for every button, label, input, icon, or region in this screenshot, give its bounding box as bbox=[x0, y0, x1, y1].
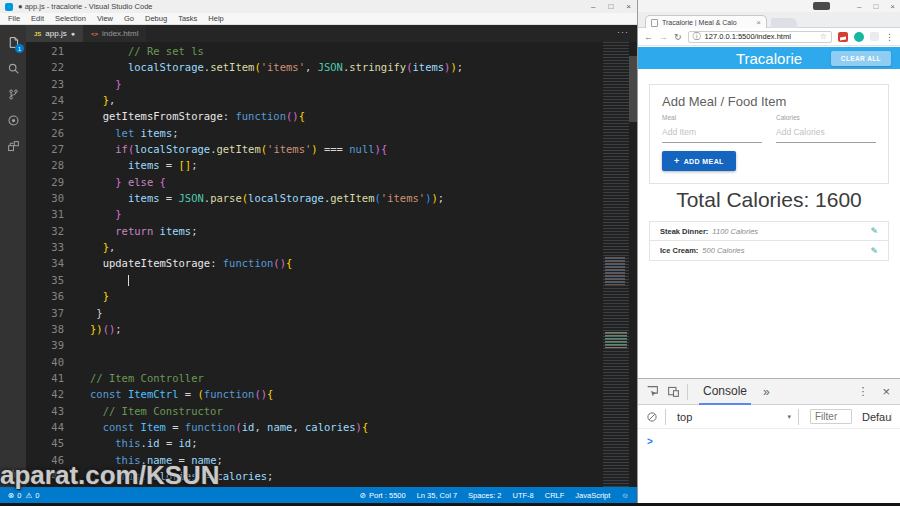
menu-view[interactable]: View bbox=[97, 14, 113, 23]
console-filter-input[interactable]: Filter bbox=[810, 409, 852, 424]
menu-selection[interactable]: Selection bbox=[55, 14, 86, 23]
browser-tab[interactable]: Tracalorie | Meal & Calo × bbox=[645, 15, 767, 29]
code-line[interactable]: 45 this.id = id; bbox=[26, 435, 603, 451]
code-line[interactable]: 39 bbox=[26, 337, 603, 353]
maximize-button[interactable]: □ bbox=[873, 2, 878, 11]
debug-icon[interactable] bbox=[0, 107, 26, 133]
meal-input[interactable] bbox=[662, 123, 762, 143]
url-field[interactable]: ⓘ 127.0.0.1:5500/index.html ☆ bbox=[688, 31, 832, 43]
calories-input[interactable] bbox=[776, 123, 876, 143]
code-line[interactable]: 40 bbox=[26, 354, 603, 370]
browser-menu-icon[interactable]: ⋮ bbox=[885, 32, 894, 42]
bookmark-star-icon[interactable]: ☆ bbox=[820, 32, 827, 41]
forward-icon[interactable]: → bbox=[659, 32, 668, 42]
code-line[interactable]: 31 } bbox=[26, 206, 603, 222]
explorer-icon[interactable]: 1 bbox=[0, 29, 26, 55]
tab-app-js[interactable]: JS app.js ● bbox=[26, 25, 83, 42]
code-line[interactable]: 38})(); bbox=[26, 321, 603, 337]
editor-scrollbar[interactable] bbox=[629, 42, 637, 487]
refresh-icon[interactable]: ↻ bbox=[674, 32, 682, 42]
minimize-button[interactable]: – bbox=[857, 2, 861, 11]
status-item[interactable]: JavaScript bbox=[575, 491, 610, 500]
console-tab[interactable]: Console bbox=[699, 379, 751, 405]
code-line[interactable]: 24 }, bbox=[26, 92, 603, 108]
status-problems[interactable]: ⚠0 bbox=[25, 491, 39, 500]
edit-pencil-icon[interactable]: ✎ bbox=[870, 226, 878, 236]
more-tabs-icon[interactable]: » bbox=[763, 385, 770, 399]
log-levels-dropdown[interactable]: Default l bbox=[862, 411, 892, 423]
code-line[interactable]: 30 items = JSON.parse(localStorage.getIt… bbox=[26, 190, 603, 206]
code-line[interactable]: 23 } bbox=[26, 76, 603, 92]
status-problems[interactable]: ⊗0 bbox=[8, 491, 21, 500]
minimap[interactable] bbox=[603, 42, 629, 487]
close-button[interactable]: × bbox=[890, 2, 895, 11]
code-line[interactable]: 26 let items; bbox=[26, 125, 603, 141]
editor-actions-more[interactable]: ··· bbox=[617, 27, 629, 37]
code-line[interactable]: 22 localStorage.setItem('items', JSON.st… bbox=[26, 59, 603, 75]
menu-edit[interactable]: Edit bbox=[31, 14, 44, 23]
code-line[interactable]: 43 // Item Constructor bbox=[26, 403, 603, 419]
line-number: 43 bbox=[26, 403, 64, 419]
unsaved-dot-icon[interactable]: ● bbox=[71, 30, 75, 37]
minimize-button[interactable]: – bbox=[591, 2, 595, 11]
app-navbar: Tracalorie CLEAR ALL bbox=[638, 47, 900, 69]
line-number: 34 bbox=[26, 255, 64, 271]
code-line[interactable]: 25 getItemsFromStorage: function(){ bbox=[26, 108, 603, 124]
code-line[interactable]: 34 updateItemStorage: function(){ bbox=[26, 255, 603, 271]
meal-item-row: Ice Cream:500 Calories✎ bbox=[650, 241, 888, 260]
menu-debug[interactable]: Debug bbox=[145, 14, 167, 23]
menu-go[interactable]: Go bbox=[124, 14, 134, 23]
status-icon: ⚠ bbox=[25, 491, 32, 500]
code-editor[interactable]: 21 // Re set ls22 localStorage.setItem('… bbox=[26, 42, 637, 487]
code-line[interactable]: 27 if(localStorage.getItem('items') === … bbox=[26, 141, 603, 157]
maximize-button[interactable]: □ bbox=[608, 2, 613, 11]
profile-badge[interactable] bbox=[813, 2, 830, 10]
add-meal-button[interactable]: + ADD MEAL bbox=[662, 151, 736, 171]
inspect-element-icon[interactable] bbox=[646, 385, 659, 398]
clear-all-button[interactable]: CLEAR ALL bbox=[831, 51, 891, 66]
close-button[interactable]: × bbox=[626, 2, 631, 11]
feedback-smiley-icon[interactable]: ☺ bbox=[621, 491, 629, 500]
menu-tasks[interactable]: Tasks bbox=[178, 14, 197, 23]
tab-index-html[interactable]: <> index.html bbox=[83, 25, 146, 42]
source-control-icon[interactable] bbox=[0, 81, 26, 107]
code-line[interactable]: 35 bbox=[26, 272, 603, 288]
code-line[interactable]: 37 } bbox=[26, 305, 603, 321]
extension-icon-teal[interactable] bbox=[854, 32, 864, 42]
device-toolbar-icon[interactable] bbox=[667, 385, 680, 398]
status-item[interactable]: Spaces: 2 bbox=[468, 491, 501, 500]
code-line[interactable]: 44 const Item = function(id, name, calor… bbox=[26, 419, 603, 435]
extension-icon-pale[interactable] bbox=[870, 32, 879, 41]
code-line[interactable]: 36 } bbox=[26, 288, 603, 304]
status-item[interactable]: ⊘Port : 5500 bbox=[360, 491, 406, 500]
code-line[interactable]: 28 items = []; bbox=[26, 157, 603, 173]
line-number: 37 bbox=[26, 305, 64, 321]
site-info-icon[interactable]: ⓘ bbox=[693, 31, 701, 42]
code-line[interactable]: 41// Item Controller bbox=[26, 370, 603, 386]
line-number: 39 bbox=[26, 337, 64, 353]
code-line[interactable]: 29 } else { bbox=[26, 174, 603, 190]
menu-help[interactable]: Help bbox=[208, 14, 223, 23]
status-item[interactable]: UTF-8 bbox=[512, 491, 533, 500]
console-prompt[interactable]: > bbox=[638, 429, 900, 447]
console-toolbar: top ▾ Filter Default l bbox=[638, 405, 900, 429]
code-line[interactable]: 42const ItemCtrl = (function(){ bbox=[26, 386, 603, 402]
meal-name: Steak Dinner: bbox=[660, 227, 708, 236]
extensions-icon[interactable] bbox=[0, 133, 26, 159]
context-selector[interactable]: top ▾ bbox=[673, 411, 791, 423]
new-tab-button[interactable] bbox=[771, 18, 797, 28]
code-line[interactable]: 32 return items; bbox=[26, 223, 603, 239]
back-icon[interactable]: ← bbox=[644, 32, 653, 42]
devtools-close-icon[interactable]: × bbox=[882, 384, 890, 399]
clear-console-icon[interactable] bbox=[646, 411, 658, 423]
menu-file[interactable]: File bbox=[8, 14, 20, 23]
devtools-menu-icon[interactable]: ⋮ bbox=[857, 385, 868, 398]
status-item[interactable]: Ln 35, Col 7 bbox=[417, 491, 457, 500]
code-line[interactable]: 33 }, bbox=[26, 239, 603, 255]
code-line[interactable]: 21 // Re set ls bbox=[26, 43, 603, 59]
tab-close-icon[interactable]: × bbox=[756, 18, 761, 27]
status-item[interactable]: CRLF bbox=[545, 491, 565, 500]
search-icon[interactable] bbox=[0, 55, 26, 81]
edit-pencil-icon[interactable]: ✎ bbox=[870, 246, 878, 256]
extension-icon-red[interactable] bbox=[838, 32, 848, 42]
